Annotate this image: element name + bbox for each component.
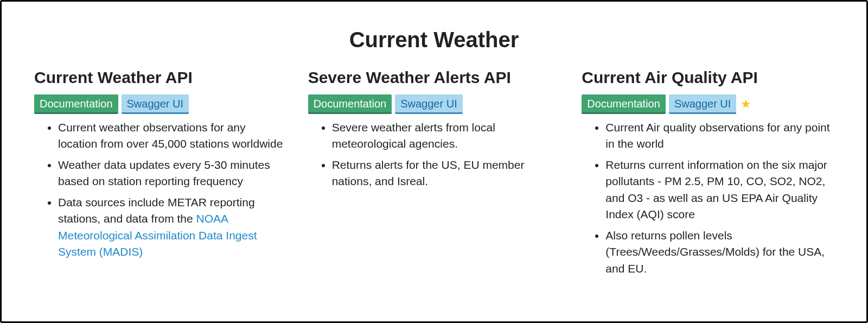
api-card-current-weather: Current Weather API Documentation Swagge… — [34, 68, 286, 281]
api-title: Current Weather API — [34, 68, 286, 87]
list-item: Current weather observations for any loc… — [58, 119, 286, 153]
button-row: Documentation Swagger UI — [308, 94, 560, 114]
swagger-ui-button[interactable]: Swagger UI — [395, 94, 463, 114]
documentation-button[interactable]: Documentation — [34, 94, 118, 114]
list-item: Current Air quality observations for any… — [605, 119, 834, 153]
feature-list: Current Air quality observations for any… — [582, 119, 834, 277]
page-frame: Current Weather Current Weather API Docu… — [0, 0, 868, 323]
button-row: Documentation Swagger UI — [34, 94, 286, 114]
api-title: Current Air Quality API — [582, 68, 834, 87]
list-item: Returns current information on the six m… — [605, 157, 834, 223]
page-title: Current Weather — [34, 28, 834, 52]
list-item: Also returns pollen levels (Trees/Weeds/… — [605, 227, 834, 277]
swagger-ui-button[interactable]: Swagger UI — [122, 94, 189, 114]
columns: Current Weather API Documentation Swagge… — [34, 68, 834, 281]
list-item: Returns alerts for the US, EU member nat… — [332, 157, 560, 190]
button-row: Documentation Swagger UI ★ — [582, 94, 834, 114]
star-icon: ★ — [741, 98, 751, 110]
documentation-button[interactable]: Documentation — [582, 94, 666, 114]
api-card-air-quality: Current Air Quality API Documentation Sw… — [582, 68, 834, 281]
documentation-button[interactable]: Documentation — [308, 94, 392, 114]
list-item: Weather data updates every 5-30 minutes … — [58, 157, 286, 190]
list-item: Severe weather alerts from local meteoro… — [332, 119, 560, 153]
api-title: Severe Weather Alerts API — [308, 68, 560, 87]
list-item: Data sources include METAR reporting sta… — [58, 194, 286, 261]
feature-list: Severe weather alerts from local meteoro… — [308, 119, 560, 190]
swagger-ui-button[interactable]: Swagger UI — [669, 94, 737, 114]
api-card-severe-weather: Severe Weather Alerts API Documentation … — [308, 68, 560, 281]
feature-list: Current weather observations for any loc… — [34, 119, 286, 261]
